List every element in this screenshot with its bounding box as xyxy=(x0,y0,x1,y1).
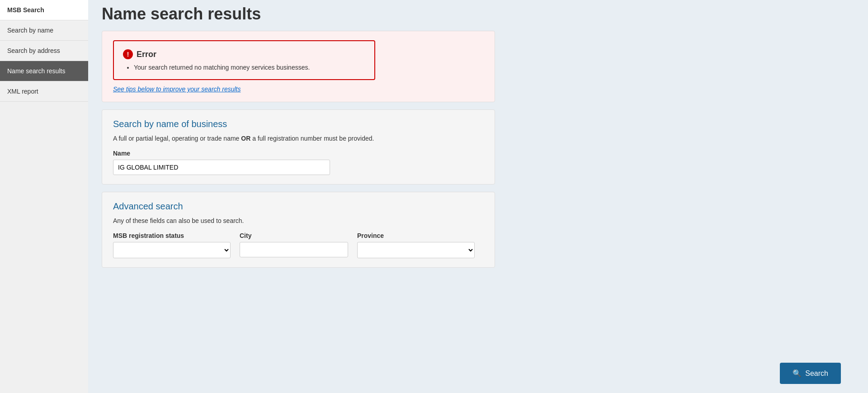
msb-status-group: MSB registration status Active Inactive … xyxy=(113,232,231,258)
desc-plain1: A full or partial legal, operating or tr… xyxy=(113,135,241,142)
search-by-name-card: Search by name of business A full or par… xyxy=(102,109,495,185)
advanced-search-card: Advanced search Any of these fields can … xyxy=(102,192,495,268)
name-input[interactable] xyxy=(113,160,330,175)
advanced-search-title: Advanced search xyxy=(113,201,484,212)
main-content: Name search results ! Error Your search … xyxy=(88,0,868,393)
advanced-fields-row: MSB registration status Active Inactive … xyxy=(113,232,484,258)
sidebar-item-search-by-address[interactable]: Search by address xyxy=(0,41,88,61)
error-header: ! Error xyxy=(123,49,365,59)
sidebar-item-xml-report[interactable]: XML report xyxy=(0,81,88,102)
error-list: Your search returned no matching money s… xyxy=(123,64,365,71)
province-group: Province Alberta British Columbia Manito… xyxy=(357,232,475,258)
search-by-name-desc: A full or partial legal, operating or tr… xyxy=(113,134,484,143)
search-button[interactable]: 🔍 Search xyxy=(780,363,841,384)
city-input[interactable] xyxy=(240,242,348,257)
error-card: ! Error Your search returned no matching… xyxy=(102,31,495,102)
advanced-search-desc: Any of these fields can also be used to … xyxy=(113,216,484,226)
msb-status-select[interactable]: Active Inactive Expired Revoked xyxy=(113,242,231,258)
city-group: City xyxy=(240,232,348,257)
search-by-name-title: Search by name of business xyxy=(113,119,484,129)
name-label: Name xyxy=(113,150,484,157)
page-title: Name search results xyxy=(102,5,854,24)
msb-status-label: MSB registration status xyxy=(113,232,231,239)
sidebar-item-search-by-name[interactable]: Search by name xyxy=(0,20,88,41)
error-box: ! Error Your search returned no matching… xyxy=(113,40,375,80)
sidebar: MSB Search Search by name Search by addr… xyxy=(0,0,88,393)
error-message: Your search returned no matching money s… xyxy=(134,64,365,71)
sidebar-item-name-search-results[interactable]: Name search results xyxy=(0,61,88,81)
desc-plain2: a full registration number must be provi… xyxy=(250,135,374,142)
province-label: Province xyxy=(357,232,475,239)
sidebar-item-msb-search[interactable]: MSB Search xyxy=(0,0,88,20)
search-button-label: Search xyxy=(805,369,828,378)
desc-bold: OR xyxy=(241,135,250,142)
tips-text[interactable]: See tips below to improve your search re… xyxy=(113,85,484,93)
search-icon: 🔍 xyxy=(793,369,802,378)
province-select[interactable]: Alberta British Columbia Manitoba New Br… xyxy=(357,242,475,258)
city-label: City xyxy=(240,232,348,239)
error-icon: ! xyxy=(123,49,133,59)
error-title: Error xyxy=(137,50,156,59)
